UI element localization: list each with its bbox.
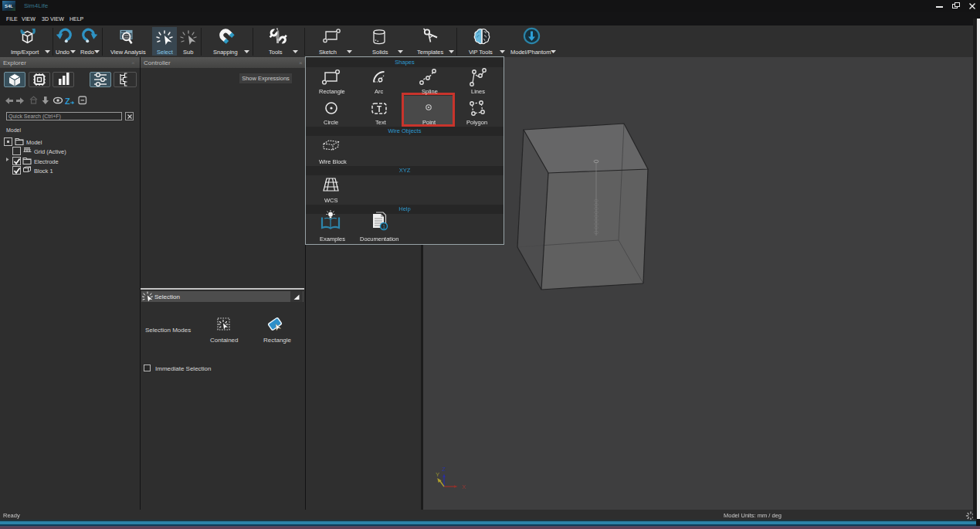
svg-text:1: 1 (382, 224, 385, 229)
svg-text:T: T (377, 105, 381, 114)
svg-text:X: X (462, 483, 466, 490)
svg-text:Z: Z (443, 466, 446, 473)
svg-text:Z: Z (65, 97, 70, 106)
svg-text:Y: Y (436, 471, 439, 478)
